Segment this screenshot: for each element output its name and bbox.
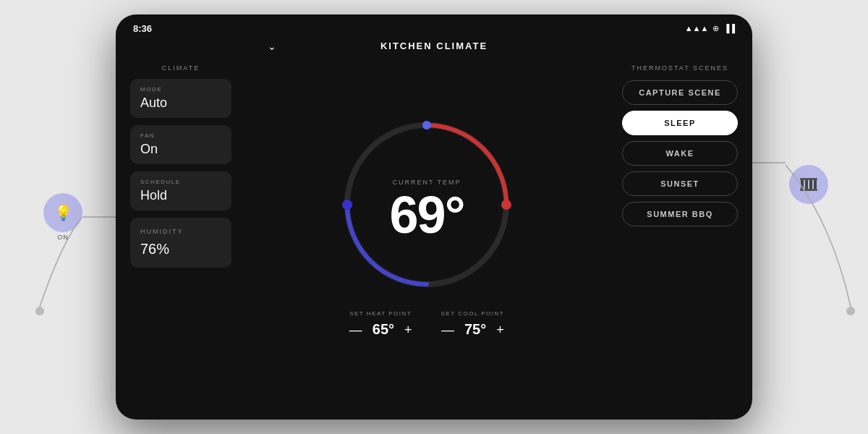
heat-point-label: SET HEAT POINT [349,310,412,317]
heat-dot[interactable] [501,200,511,210]
page-title: KITCHEN CLIMATE [380,41,488,51]
heat-point-value: 65° [373,321,394,338]
heat-decrease-button[interactable]: — [349,323,362,336]
scenes-title: THERMOSTAT SCENES [622,64,738,72]
scene-button-3[interactable]: SUNSET [622,171,738,196]
cool-increase-button[interactable]: + [496,323,504,336]
scene-button-0[interactable]: CAPTURE SCENE [622,80,738,105]
mode-label: MODE [140,86,221,93]
node-label: ON [57,234,69,241]
thermostat-dial: CURRENT TEMP 69° [333,111,521,299]
humidity-label: HUMIDITY [140,228,221,235]
scene-button-4[interactable]: SUMMER BBQ [622,202,738,226]
svg-rect-4 [800,178,817,180]
signal-icon: ▲▲▲ [685,24,709,33]
svg-rect-5 [800,189,817,191]
center-panel: CURRENT TEMP 69° SET HEAT POINT — 65° + … [246,57,608,406]
dial-center: CURRENT TEMP 69° [390,179,464,241]
humidity-value: 76% [140,241,221,258]
scene-button-2[interactable]: WAKE [622,141,738,166]
heat-increase-button[interactable]: + [404,323,412,336]
climate-section-title: CLIMATE [130,64,231,72]
main-content: CLIMATE MODE Auto FAN On SCHEDULE Hold H… [116,57,752,413]
tablet-shell: 8:36 ▲▲▲ ⊕ ▐▐ ⌄ KITCHEN CLIMATE CLIMATE … [116,14,752,420]
scenes-list: CAPTURE SCENESLEEPWAKESUNSETSUMMER BBQ [622,80,738,226]
status-time: 8:36 [133,23,152,34]
heat-point-control: SET HEAT POINT — 65° + [349,310,412,338]
left-node[interactable]: 💡 ON [43,193,82,241]
mode-value: Auto [140,95,221,111]
bottom-controls: SET HEAT POINT — 65° + SET COOL POINT — … [349,310,504,338]
nav-bar: ⌄ KITCHEN CLIMATE [116,36,752,57]
scene-button-1[interactable]: SLEEP [622,111,738,135]
right-panel: THERMOSTAT SCENES CAPTURE SCENESLEEPWAKE… [622,57,738,406]
light-icon: 💡 [43,193,82,232]
heat-adjuster: — 65° + [349,321,412,338]
fan-value: On [140,142,221,157]
schedule-value: Hold [140,188,221,203]
back-chevron-icon[interactable]: ⌄ [268,41,276,52]
humidity-card: HUMIDITY 76% [130,218,231,268]
heat-handle[interactable] [422,121,431,129]
cool-dot[interactable] [342,200,352,210]
current-temp-label: CURRENT TEMP [390,179,464,186]
cool-adjuster: — 75° + [441,321,504,338]
fan-label: FAN [140,132,221,139]
status-bar: 8:36 ▲▲▲ ⊕ ▐▐ [116,14,752,36]
fan-card[interactable]: FAN On [130,125,231,164]
schedule-label: SCHEDULE [140,179,221,185]
left-panel: CLIMATE MODE Auto FAN On SCHEDULE Hold H… [130,57,231,406]
svg-point-7 [35,307,44,315]
battery-icon: ▐▐ [723,24,735,33]
current-temp-value: 69° [390,186,464,244]
schedule-card[interactable]: SCHEDULE Hold [130,171,231,210]
cool-point-label: SET COOL POINT [441,310,505,317]
cool-point-value: 75° [464,321,486,338]
cool-point-control: SET COOL POINT — 75° + [441,310,505,338]
cool-decrease-button[interactable]: — [441,323,454,336]
mode-card[interactable]: MODE Auto [130,79,231,118]
right-node[interactable] [789,165,828,204]
status-icons: ▲▲▲ ⊕ ▐▐ [685,24,735,33]
wifi-icon: ⊕ [712,24,719,33]
radiator-icon [789,165,828,204]
svg-point-6 [846,307,855,315]
